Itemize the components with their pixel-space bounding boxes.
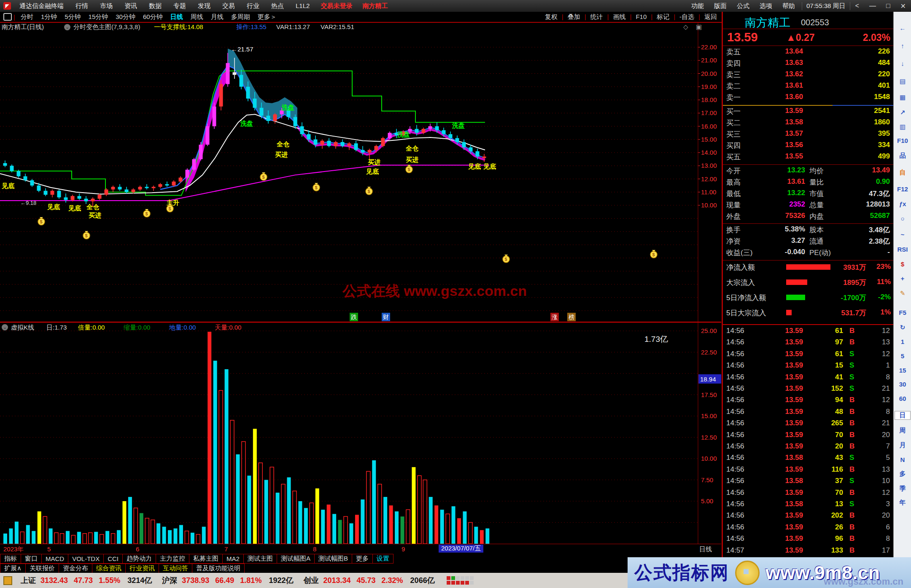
stat-row[interactable]: 今开13.23均价13.49 bbox=[723, 166, 893, 177]
volume-bar[interactable] bbox=[179, 525, 183, 544]
tool-button-叠加[interactable]: 叠加 bbox=[563, 13, 585, 21]
tab-测试幅图B[interactable]: 测试幅图B bbox=[315, 554, 352, 564]
strip-F12-button[interactable]: F12 bbox=[894, 185, 911, 193]
volume-bar[interactable] bbox=[225, 369, 229, 544]
stock-name[interactable]: 南方精工 bbox=[745, 15, 790, 30]
tab-趋势动力[interactable]: 趋势动力 bbox=[123, 554, 156, 564]
volume-bar[interactable] bbox=[236, 454, 240, 544]
tab-关联报价[interactable]: 关联报价 bbox=[26, 564, 59, 573]
period-tab-30分钟[interactable]: 30分钟 bbox=[112, 13, 139, 21]
volume-bar[interactable] bbox=[463, 511, 466, 544]
strip-▤-button[interactable]: ▤ bbox=[894, 78, 911, 85]
sell-row[interactable]: 卖四13.63484 bbox=[723, 59, 893, 70]
strip-多-button[interactable]: 多 bbox=[894, 470, 911, 478]
volume-bar[interactable] bbox=[94, 532, 98, 544]
tick-row[interactable]: 14:5613.5920B7 bbox=[723, 442, 893, 454]
volume-bar[interactable] bbox=[117, 530, 121, 544]
volume-bar[interactable] bbox=[485, 529, 489, 544]
market-icon[interactable] bbox=[3, 576, 12, 585]
volume-bar[interactable] bbox=[440, 510, 444, 544]
period-tab-更多＞[interactable]: 更多＞ bbox=[254, 13, 280, 21]
strip-▦-button[interactable]: ▦ bbox=[894, 94, 911, 101]
index-name-创业[interactable]: 创业 bbox=[303, 575, 318, 585]
tab-扩展∧[interactable]: 扩展∧ bbox=[0, 564, 26, 573]
menu-item-专题[interactable]: 专题 bbox=[167, 2, 192, 10]
main-candlestick-chart[interactable]: 洗盘洗盘洗盘洗盘全仓全仓买进买进买进见底见底见底见底见底见底全仓买进主升←21.… bbox=[0, 23, 721, 322]
tab-行业资讯[interactable]: 行业资讯 bbox=[126, 564, 159, 573]
volume-bar[interactable] bbox=[327, 505, 331, 544]
strip-↗-button[interactable]: ↗ bbox=[894, 109, 911, 116]
flow-row[interactable]: 5日净流入额-1700万-2% bbox=[723, 293, 893, 304]
sell-row[interactable]: 卖一13.601548 bbox=[723, 93, 893, 104]
volume-bar[interactable] bbox=[162, 527, 166, 544]
volume-bar[interactable] bbox=[372, 460, 376, 544]
volume-bar[interactable] bbox=[355, 515, 359, 544]
volume-bar[interactable] bbox=[122, 501, 126, 544]
tool-button-复权[interactable]: 复权 bbox=[541, 13, 562, 21]
minimize-button[interactable]: — bbox=[864, 2, 881, 10]
strip-○-button[interactable]: ○ bbox=[894, 215, 911, 222]
menu-item-L1L2[interactable]: L1L2 bbox=[290, 2, 315, 10]
flow-row[interactable]: 净流入额3931万23% bbox=[723, 263, 893, 274]
volume-bar[interactable] bbox=[304, 508, 308, 544]
badge-财[interactable]: 财 bbox=[382, 313, 390, 321]
strip-dollar-button[interactable]: $ bbox=[894, 260, 911, 268]
chevron-down-icon[interactable]: ⌄ bbox=[2, 324, 8, 330]
menu-item-选项[interactable]: 选项 bbox=[755, 2, 777, 10]
menu-item-市场[interactable]: 市场 bbox=[94, 2, 119, 10]
tab-测试主图[interactable]: 测试主图 bbox=[244, 554, 277, 564]
tick-row[interactable]: 14:5613.59152S21 bbox=[723, 384, 893, 396]
tool-button--自选[interactable]: -自选 bbox=[675, 13, 698, 21]
tick-row[interactable]: 14:5613.5915S1 bbox=[723, 361, 893, 373]
volume-bar[interactable] bbox=[264, 480, 268, 544]
stat-row[interactable]: 净资3.27流通2.38亿 bbox=[723, 236, 893, 248]
menu-item-行情[interactable]: 行情 bbox=[70, 2, 94, 10]
volume-bar[interactable] bbox=[26, 525, 30, 544]
volume-bar[interactable] bbox=[276, 493, 280, 544]
strip-60-button[interactable]: 60 bbox=[894, 395, 911, 402]
tab-MA2[interactable]: MA2 bbox=[223, 554, 244, 564]
volume-bar[interactable] bbox=[105, 531, 109, 544]
candle[interactable] bbox=[192, 158, 196, 171]
strip-30-button[interactable]: 30 bbox=[894, 381, 911, 388]
tick-row[interactable]: 14:5613.5994B12 bbox=[723, 396, 893, 407]
tick-row[interactable]: 14:5613.59202B20 bbox=[723, 511, 893, 523]
period-tab-分时[interactable]: 分时 bbox=[17, 13, 37, 21]
tab-CCI[interactable]: CCI bbox=[104, 554, 123, 564]
volume-bar[interactable] bbox=[389, 505, 393, 544]
tick-row[interactable]: 14:5713.59133B17 bbox=[723, 546, 893, 558]
strip-5-button[interactable]: 5 bbox=[894, 352, 911, 360]
strip-周-button[interactable]: 周 bbox=[894, 427, 911, 435]
tool-button-F10[interactable]: F10 bbox=[631, 13, 651, 21]
volume-bar[interactable] bbox=[168, 530, 172, 544]
close-button[interactable]: ✕ bbox=[895, 2, 911, 10]
tab-更多[interactable]: 更多 bbox=[352, 554, 373, 564]
buy-row[interactable]: 买一13.592541 bbox=[723, 107, 893, 118]
volume-bar[interactable] bbox=[191, 533, 194, 544]
menu-item-资讯[interactable]: 资讯 bbox=[119, 2, 143, 10]
flow-row[interactable]: 5日大宗流入531.7万1% bbox=[723, 308, 893, 320]
period-tab-5分钟[interactable]: 5分钟 bbox=[61, 13, 84, 21]
current-stock-shortcut[interactable]: 南方精工 bbox=[357, 2, 393, 10]
tab-指标[interactable]: 指标 bbox=[0, 554, 21, 564]
menu-item-帮助[interactable]: 帮助 bbox=[777, 2, 800, 10]
period-tab-1分钟[interactable]: 1分钟 bbox=[37, 13, 61, 21]
strip-▥-button[interactable]: ▥ bbox=[894, 123, 911, 131]
tick-row[interactable]: 14:5613.5996B8 bbox=[723, 534, 893, 546]
strip-1-button[interactable]: 1 bbox=[894, 338, 911, 345]
strip-日-button[interactable]: 日 bbox=[895, 411, 911, 420]
strip-季-button[interactable]: 季 bbox=[894, 485, 911, 493]
ad-banner[interactable]: 公式指标网 www.9m8.cn www.gszx.com.cn bbox=[628, 557, 911, 588]
strip-+-button[interactable]: + bbox=[894, 275, 911, 282]
stat-row[interactable]: 最低13.22市值47.3亿 bbox=[723, 189, 893, 200]
tab-资金分布[interactable]: 资金分布 bbox=[59, 564, 92, 573]
menu-item-热点[interactable]: 热点 bbox=[265, 2, 290, 10]
sell-row[interactable]: 卖三13.62220 bbox=[723, 70, 893, 81]
sell-row[interactable]: 卖二13.61401 bbox=[723, 81, 893, 93]
tick-row[interactable]: 14:5613.59265B21 bbox=[723, 419, 893, 430]
volume-bar[interactable] bbox=[321, 510, 325, 544]
tick-row[interactable]: 14:5613.5970B12 bbox=[723, 489, 893, 500]
flow-row[interactable]: 大宗流入1895万11% bbox=[723, 278, 893, 289]
volume-bar[interactable] bbox=[49, 529, 53, 544]
volume-bar[interactable] bbox=[480, 530, 484, 544]
